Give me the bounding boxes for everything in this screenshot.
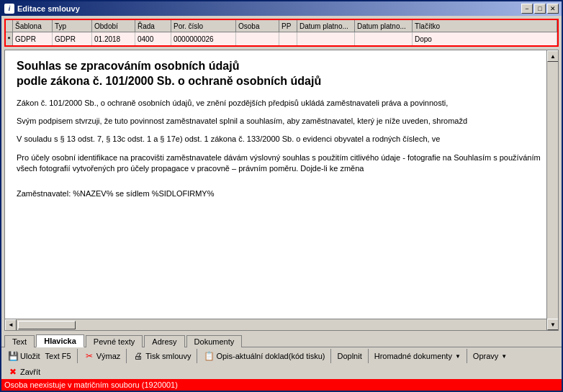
bulk-dropdown-arrow: ▼ — [455, 353, 461, 360]
doc-paragraph-2: Svým podpisem stvrzuji, že tuto povinnos… — [17, 116, 545, 127]
contract-grid: Šablona Typ Období Řada Por. číslo Osoba… — [4, 19, 559, 47]
horizontal-scrollbar[interactable]: ◄ ► — [5, 319, 558, 330]
save-button[interactable]: Uložit Text F5 — [4, 350, 74, 363]
doc-paragraph-3: V souladu s § 13 odst. 7, § 13c odst. 1 … — [17, 134, 545, 145]
toolbar-separator-2 — [126, 349, 127, 363]
col-header-datum1: Datum platno... — [297, 20, 355, 32]
close-window-button[interactable]: ✕ — [547, 4, 559, 14]
corrections-dropdown-arrow: ▼ — [501, 353, 507, 360]
cell-sablona[interactable]: GDPR — [13, 32, 53, 45]
col-header-sablona: Šablona — [13, 20, 53, 32]
main-content: Šablona Typ Období Řada Por. číslo Osoba… — [1, 16, 562, 391]
status-message: Osoba neexistuje v matričním souboru (19… — [4, 380, 178, 389]
app-icon: i — [4, 4, 14, 14]
row-marker: * — [6, 32, 13, 45]
fill-button[interactable]: Doplnit — [334, 351, 364, 361]
main-toolbar: Uložit Text F5 Výmaz Tisk smlouvy Opis-a… — [1, 347, 562, 365]
toolbar-separator-1 — [77, 349, 78, 363]
delete-icon — [84, 350, 95, 362]
cell-pp[interactable] — [279, 32, 297, 45]
tab-hlavicka[interactable]: Hlavicka — [36, 334, 84, 347]
col-header-rada: Řada — [135, 20, 171, 32]
close-button[interactable]: Zavřít — [4, 365, 43, 378]
toolbar-separator-3 — [197, 349, 197, 363]
scroll-thumb[interactable] — [18, 321, 76, 329]
cell-obdobi[interactable]: 01.2018 — [92, 32, 135, 45]
toolbar-separator-6 — [467, 349, 467, 363]
scroll-left-button[interactable]: ◄ — [5, 319, 17, 331]
toolbar-separator-4 — [330, 349, 331, 363]
scroll-down-button[interactable]: ▼ — [547, 319, 559, 330]
print-button[interactable]: Tisk smlouvy — [130, 350, 194, 363]
close-icon — [7, 366, 19, 378]
doc-paragraph-4: Pro účely osobní identifikace na pracovi… — [17, 152, 545, 175]
table-row[interactable]: * GDPR GDPR 01.2018 0400 0000000026 Dopo — [6, 32, 557, 45]
scroll-track[interactable] — [547, 62, 558, 319]
cell-osoba[interactable] — [236, 32, 279, 45]
minimize-button[interactable]: − — [521, 4, 533, 14]
bulk-documents-button[interactable]: Hromadné dokumenty ▼ — [371, 351, 464, 361]
document-content[interactable]: Souhlas se zpracováním osobních údajů po… — [5, 50, 558, 319]
cell-typ[interactable]: GDPR — [53, 32, 92, 45]
maximize-button[interactable]: □ — [534, 4, 546, 14]
employer-line: Zaměstnavatel: %NAZEV% se sídlem %SIDLOF… — [17, 189, 545, 198]
document-title: Souhlas se zpracováním osobních údajů po… — [17, 59, 545, 89]
close-row: Zavřít — [1, 365, 562, 379]
delete-button[interactable]: Výmaz — [81, 350, 124, 363]
title-bar-left: i Editace smlouvy — [4, 4, 80, 14]
col-header-por: Por. číslo — [171, 20, 236, 32]
copy-icon — [203, 350, 215, 362]
window-title: Editace smlouvy — [17, 4, 80, 13]
col-header-obdobi: Období — [92, 20, 135, 32]
tab-pevne-texty[interactable]: Pevné texty — [86, 335, 143, 347]
corrections-button[interactable]: Opravy ▼ — [470, 351, 510, 361]
toolbar-separator-5 — [368, 349, 369, 363]
title-bar-buttons: − □ ✕ — [521, 4, 559, 14]
save-icon — [7, 350, 19, 362]
col-header-datum2: Datum platno... — [355, 20, 413, 32]
col-header-tlacitko: Tlačítko — [413, 20, 557, 32]
col-header-typ: Typ — [53, 20, 92, 32]
doc-paragraph-1: Zákon č. 101/2000 Sb., o ochraně osobníc… — [17, 98, 545, 109]
main-window: i Editace smlouvy − □ ✕ Šablona Typ Obdo… — [0, 0, 563, 392]
col-header-pp: PP — [279, 20, 297, 32]
vertical-scrollbar[interactable]: ▲ ▼ — [546, 50, 558, 330]
status-bar: Osoba neexistuje v matričním souboru (19… — [1, 379, 562, 391]
title-bar: i Editace smlouvy − □ ✕ — [1, 1, 562, 16]
cell-datum1[interactable] — [297, 32, 355, 45]
cell-datum2[interactable] — [355, 32, 413, 45]
col-header-osoba: Osoba — [236, 20, 279, 32]
tab-text[interactable]: Text — [4, 335, 35, 347]
scroll-up-button[interactable]: ▲ — [547, 50, 559, 62]
print-icon — [132, 350, 144, 362]
tab-adresy[interactable]: Adresy — [144, 335, 184, 347]
cell-rada[interactable]: 0400 — [135, 32, 171, 45]
tab-dokumenty[interactable]: Dokumenty — [186, 335, 243, 347]
document-area: Souhlas se zpracováním osobních údajů po… — [4, 50, 559, 331]
cell-por-cislo[interactable]: 0000000026 — [171, 32, 236, 45]
copy-button[interactable]: Opis-aktuální doklad(kód tisku) — [200, 350, 328, 363]
tabs-area: Text Hlavicka Pevné texty Adresy Dokumen… — [1, 332, 562, 347]
cell-tlacitko[interactable]: Dopo — [413, 32, 557, 45]
grid-header: Šablona Typ Období Řada Por. číslo Osoba… — [6, 20, 557, 32]
